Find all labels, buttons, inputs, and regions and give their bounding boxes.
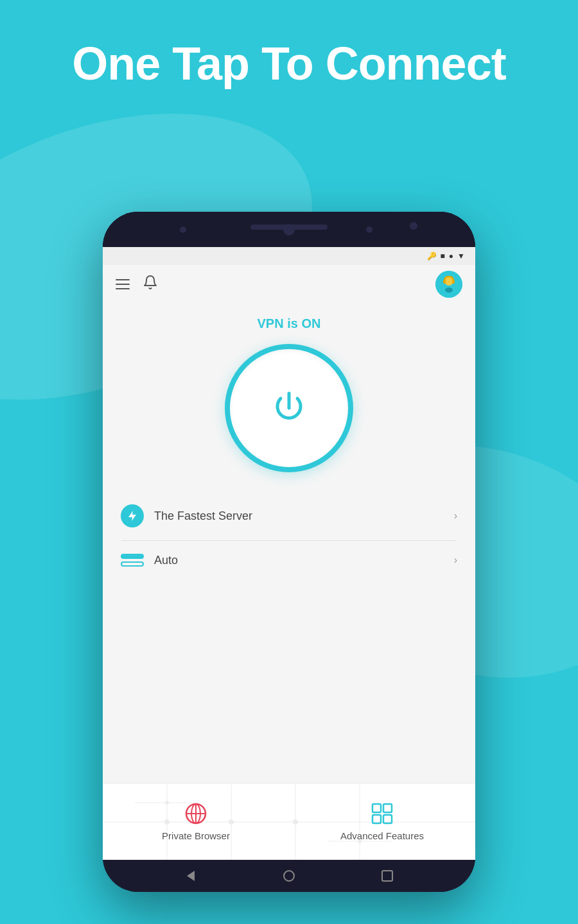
bottom-nav: Private Browser Advanced Features — [103, 783, 475, 860]
phone-bottom-bar — [103, 860, 475, 892]
server-chevron-icon: › — [454, 510, 457, 522]
server-label: The Fastest Server — [154, 509, 444, 523]
app-header — [103, 265, 475, 304]
signal-icon: ▼ — [457, 252, 465, 261]
svg-point-5 — [445, 287, 453, 293]
nav-private-browser[interactable]: Private Browser — [103, 783, 289, 860]
protocol-icon — [121, 552, 144, 568]
header-left — [116, 275, 158, 294]
vpn-status-text: VPN is ON — [103, 316, 475, 331]
phone-camera-right — [366, 227, 372, 233]
svg-rect-2 — [443, 280, 446, 284]
recents-button[interactable] — [380, 868, 395, 884]
protocol-bar-2 — [121, 561, 144, 567]
phone-screen: 🔑 ■ ● ▼ — [103, 247, 475, 860]
protocol-row[interactable]: Auto › — [103, 541, 475, 579]
protocol-label: Auto — [154, 554, 444, 567]
svg-rect-23 — [383, 804, 392, 812]
home-button[interactable] — [281, 868, 297, 884]
back-button[interactable] — [183, 868, 198, 884]
svg-rect-24 — [372, 815, 381, 823]
server-row[interactable]: The Fastest Server › — [103, 492, 475, 540]
svg-point-27 — [284, 871, 294, 881]
hamburger-line-2 — [116, 284, 130, 285]
notification-bell-icon[interactable] — [143, 275, 158, 294]
advanced-features-label: Advanced Features — [340, 830, 424, 841]
status-dot-icon: ● — [449, 252, 453, 261]
avatar[interactable] — [435, 271, 462, 298]
svg-rect-22 — [372, 804, 381, 812]
phone-sensor — [410, 222, 417, 230]
vpn-key-icon: 🔑 — [427, 252, 437, 261]
status-square-icon: ■ — [441, 252, 445, 261]
power-button[interactable] — [225, 344, 353, 472]
phone-frame: 🔑 ■ ● ▼ — [103, 212, 475, 892]
svg-rect-25 — [383, 815, 392, 823]
svg-rect-3 — [452, 280, 455, 284]
power-button-wrapper — [103, 344, 475, 472]
phone-camera-left — [180, 227, 186, 233]
lightning-icon — [121, 504, 144, 527]
phone-top-bar — [103, 212, 475, 247]
hamburger-line-1 — [116, 279, 130, 280]
protocol-bar-1 — [121, 554, 144, 559]
nav-advanced-features[interactable]: Advanced Features — [289, 783, 475, 860]
private-browser-label: Private Browser — [162, 830, 230, 841]
menu-button[interactable] — [116, 279, 130, 289]
svg-rect-28 — [382, 871, 392, 881]
hamburger-line-3 — [116, 288, 130, 289]
protocol-chevron-icon: › — [454, 554, 457, 566]
svg-marker-26 — [187, 871, 195, 881]
status-bar: 🔑 ■ ● ▼ — [103, 247, 475, 265]
phone-speaker — [250, 225, 328, 230]
power-icon — [267, 386, 311, 431]
hero-title: One Tap To Connect — [0, 38, 578, 89]
